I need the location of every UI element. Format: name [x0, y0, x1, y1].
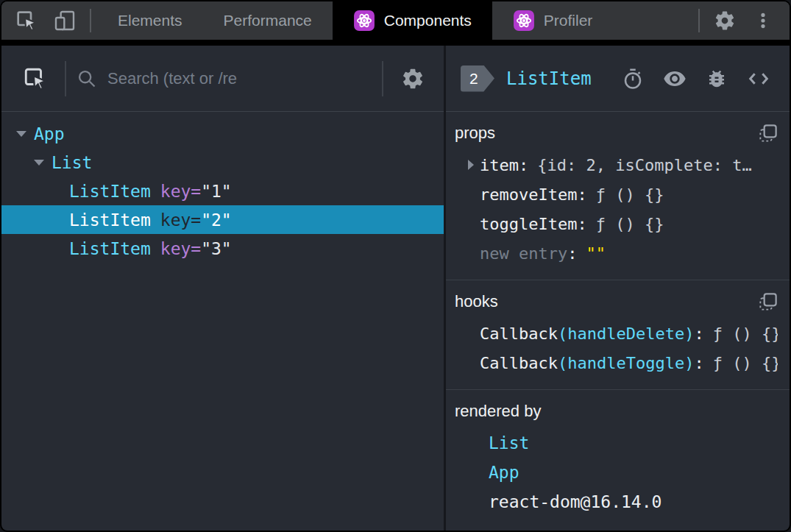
more-menu-button[interactable]	[744, 1, 782, 40]
component-name: App	[34, 124, 65, 143]
search-input[interactable]	[107, 69, 372, 88]
prop-row-new-entry[interactable]: new entry: ""	[455, 238, 778, 268]
inspect-cursor-icon	[15, 9, 38, 32]
hook-name: (handleDelete)	[558, 324, 694, 343]
colon: :	[519, 156, 528, 174]
colon: :	[577, 215, 586, 233]
react-atom-icon	[513, 10, 535, 32]
device-toolbar-button[interactable]	[46, 1, 84, 40]
colon: :	[567, 244, 577, 263]
search-field	[77, 68, 372, 89]
inspected-element-body: props item: {id: 2, isComplete: t…	[446, 112, 790, 531]
tab-label: Profiler	[544, 12, 593, 29]
settings-button[interactable]	[706, 1, 744, 40]
hook-name: (handleToggle)	[558, 354, 694, 372]
colon: :	[694, 354, 703, 372]
inspect-element-button[interactable]	[7, 1, 46, 40]
rendered-by-section: rendered by List App react-dom@16.14.0	[446, 390, 790, 528]
tab-profiler[interactable]: Profiler	[492, 1, 614, 40]
owner-link-list[interactable]: List	[489, 433, 529, 453]
chevron-down-icon[interactable]	[31, 160, 47, 166]
key-attribute-value: "1"	[201, 182, 232, 201]
rendered-by-row: react-dom@16.14.0	[455, 487, 778, 517]
pick-component-button[interactable]	[16, 65, 54, 92]
search-icon	[77, 68, 97, 89]
view-settings-button[interactable]	[394, 67, 432, 91]
rendered-by-row: List	[455, 428, 778, 458]
renderer-version: react-dom@16.14.0	[489, 492, 661, 511]
copy-hooks-button[interactable]	[759, 292, 778, 311]
inspect-cursor-icon	[22, 65, 49, 92]
inspect-dom-button[interactable]	[663, 67, 687, 91]
props-section: props item: {id: 2, isComplete: t…	[446, 112, 790, 280]
owners-stack-badge: 2	[461, 65, 494, 92]
inspected-element-pane: 2 ListItem	[446, 46, 790, 531]
tab-label: Elements	[118, 12, 182, 29]
new-entry-field[interactable]: new entry	[480, 244, 567, 263]
copy-props-button[interactable]	[759, 124, 778, 143]
key-attribute-name: key=	[160, 182, 201, 201]
owners-count: 2	[469, 70, 478, 88]
inspected-component-title: ListItem	[506, 68, 592, 89]
stopwatch-icon	[622, 68, 644, 90]
bug-icon	[706, 68, 728, 90]
prop-value: ƒ () {}	[596, 215, 664, 233]
tab-label: Performance	[224, 12, 312, 29]
props-section-title: props	[455, 124, 495, 143]
inspected-element-header: 2 ListItem	[446, 46, 790, 112]
hooks-section-title: hooks	[455, 292, 498, 311]
component-name: List	[52, 153, 92, 172]
prop-row-item[interactable]: item: {id: 2, isComplete: t…	[455, 150, 778, 180]
expand-arrow-icon[interactable]	[462, 160, 480, 170]
kebab-menu-icon	[753, 10, 773, 32]
prop-row-toggleitem[interactable]: toggleItem: ƒ () {}	[455, 209, 778, 238]
hook-row-handledelete[interactable]: Callback(handleDelete): ƒ () {}	[455, 319, 778, 348]
tree-row-listitem-1[interactable]: ListItem key= "1"	[1, 177, 444, 205]
prop-name: removeItem	[480, 185, 577, 204]
toolbar-separator	[382, 61, 383, 96]
owner-link-app[interactable]: App	[489, 463, 519, 482]
key-attribute-name: key=	[160, 210, 201, 230]
tabbar-separator	[90, 9, 91, 32]
tab-components[interactable]: Components	[333, 1, 492, 40]
devtools-window: Elements Performance Components	[0, 0, 791, 532]
log-to-console-button[interactable]	[706, 68, 728, 90]
devtools-tabbar: Elements Performance Components	[1, 1, 790, 46]
tree-row-list[interactable]: List	[1, 148, 444, 177]
eye-icon	[663, 67, 687, 91]
component-name: ListItem	[69, 210, 151, 230]
view-source-button[interactable]	[747, 67, 770, 91]
prop-name: toggleItem	[480, 215, 577, 233]
prop-row-removeitem[interactable]: removeItem: ƒ () {}	[455, 180, 778, 209]
tree-row-app[interactable]: App	[1, 119, 444, 148]
components-panel: App List ListItem key= "1" ListItem key=…	[1, 46, 790, 531]
copy-icon	[759, 124, 778, 143]
tabbar-right-controls	[692, 1, 790, 40]
tab-elements[interactable]: Elements	[97, 1, 203, 40]
device-toolbar-icon	[53, 9, 77, 32]
tree-row-listitem-3[interactable]: ListItem key= "3"	[1, 234, 444, 263]
hooks-section: hooks Callback(handleDelete): ƒ () {}	[446, 280, 790, 390]
hook-row-handletoggle[interactable]: Callback(handleToggle): ƒ () {}	[455, 348, 778, 377]
tree-row-listitem-2-selected[interactable]: ListItem key= "2"	[1, 205, 444, 234]
prop-value: {id: 2, isComplete: t…	[537, 156, 751, 174]
tab-performance[interactable]: Performance	[203, 1, 333, 40]
react-atom-icon	[353, 10, 375, 32]
tabbar-separator	[698, 9, 700, 32]
component-tree: App List ListItem key= "1" ListItem key=…	[1, 112, 444, 263]
chevron-down-icon[interactable]	[13, 131, 29, 137]
toolbar-separator	[65, 61, 66, 96]
hook-value: ƒ () {}	[713, 324, 778, 343]
tree-toolbar	[1, 46, 444, 112]
rendered-by-title: rendered by	[455, 402, 541, 421]
hook-type: Callback	[480, 354, 558, 372]
prop-value: ""	[586, 244, 606, 263]
component-name: ListItem	[69, 182, 151, 201]
tab-label: Components	[384, 12, 472, 29]
code-brackets-icon	[747, 67, 770, 91]
hook-type: Callback	[480, 324, 558, 343]
suspend-toggle-button[interactable]	[622, 68, 644, 90]
component-name: ListItem	[69, 239, 151, 258]
colon: :	[694, 324, 703, 343]
key-attribute-name: key=	[160, 239, 201, 258]
